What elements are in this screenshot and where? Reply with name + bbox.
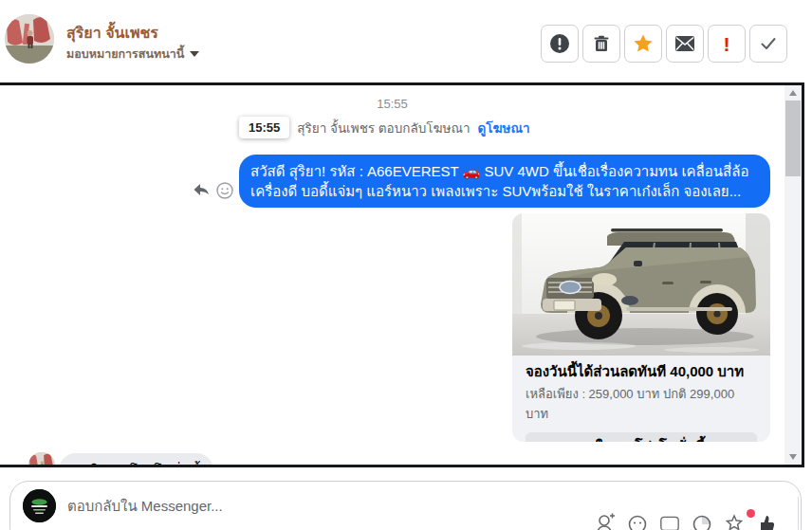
time-header: 15:55 xyxy=(0,97,784,111)
mention-person-icon[interactable] xyxy=(596,513,615,530)
message-time-tooltip: 15:55 xyxy=(239,117,289,138)
messenger-inbox-window: สุริยา จั้นเพชร มอบหมายการสนทนานี้ xyxy=(0,0,812,530)
scroll-down-button[interactable] xyxy=(784,449,802,465)
gif-icon[interactable] xyxy=(660,513,679,530)
done-check-icon xyxy=(759,34,778,53)
mark-unread-button[interactable] xyxy=(666,25,704,63)
notification-dot xyxy=(747,509,755,518)
emoji-icon[interactable] xyxy=(628,513,647,530)
conversation-header: สุริยา จั้นเพชร มอบหมายการสนทนานี้ xyxy=(0,0,812,82)
exclamation-circle-icon xyxy=(549,33,570,54)
sticker-icon[interactable] xyxy=(692,513,711,530)
page-logo-image xyxy=(23,489,56,522)
composer-divider xyxy=(798,497,799,530)
promo-cta-button[interactable]: สนใจจองโปรโมชั่นนี้ xyxy=(526,432,757,442)
car-photo xyxy=(512,213,770,356)
like-thumb-icon[interactable] xyxy=(757,513,776,530)
star-icon xyxy=(633,33,654,54)
contact-avatar-small xyxy=(28,452,55,465)
saved-replies-icon[interactable] xyxy=(725,513,744,530)
trash-icon xyxy=(592,34,611,53)
outgoing-message-bubble: สวัสดี สุริยา! รหัส : A66EVEREST 🚗 SUV 4… xyxy=(239,155,770,208)
report-button[interactable] xyxy=(541,25,579,63)
incoming-message-text: สนใจจองโปรโมชั่นนี้ xyxy=(72,463,200,465)
scroll-up-button[interactable] xyxy=(784,85,802,101)
outgoing-message-text: สวัสดี สุริยา! รหัส : A66EVEREST 🚗 SUV 4… xyxy=(250,163,748,199)
scrollbar-thumb[interactable] xyxy=(785,101,801,176)
follow-up-star-button[interactable] xyxy=(624,25,662,63)
priority-icon: ! xyxy=(724,34,730,54)
promo-card-body: จองวันนี้ได้ส่วนลดทันที 40,000 บาท เหลือ… xyxy=(512,356,770,442)
ad-reply-event-text: สุริยา จั้นเพชร ตอบกลับโฆษณา xyxy=(297,118,470,138)
chevron-down-icon xyxy=(190,51,199,57)
chat-scrollbar[interactable] xyxy=(784,85,802,465)
promo-price: เหลือเพียง : 259,000 บาท ปกติ 299,000 บา… xyxy=(526,384,757,424)
contact-avatar-small-photo xyxy=(28,452,55,465)
ad-reply-event: 15:55 สุริยา จั้นเพชร ตอบกลับโฆษณา ดูโฆษ… xyxy=(239,117,530,138)
arrow-down-icon xyxy=(789,454,797,460)
contact-avatar[interactable] xyxy=(5,14,54,64)
chat-frame-border-right xyxy=(802,82,804,467)
contact-name: สุริยา จั้นเพชร xyxy=(66,21,158,45)
view-ad-link[interactable]: ดูโฆษณา xyxy=(478,118,530,138)
conversation-actions: ! xyxy=(541,25,787,63)
chat-frame-border-bottom xyxy=(0,465,804,467)
priority-button[interactable]: ! xyxy=(708,25,746,63)
message-hover-actions xyxy=(194,182,233,199)
contact-avatar-photo xyxy=(5,14,54,64)
mail-icon xyxy=(674,35,695,52)
reply-placeholder: ตอบกลับใน Messenger... xyxy=(67,482,223,530)
promo-title: จองวันนี้ได้ส่วนลดทันที 40,000 บาท xyxy=(526,362,757,381)
page-logo-avatar xyxy=(23,489,56,522)
assign-conversation-label: มอบหมายการสนทนานี้ xyxy=(66,45,184,64)
emoji-react-icon[interactable] xyxy=(216,182,233,199)
mark-done-button[interactable] xyxy=(749,25,787,63)
reply-icon[interactable] xyxy=(194,183,210,198)
chat-viewport: 15:55 15:55 สุริยา จั้นเพชร ตอบกลับโฆษณา… xyxy=(0,85,802,465)
incoming-message-bubble: สนใจจองโปรโมชั่นนี้ xyxy=(59,453,213,465)
arrow-up-icon xyxy=(789,90,797,96)
assign-conversation-dropdown[interactable]: มอบหมายการสนทนานี้ xyxy=(66,45,199,64)
ad-promo-card: จองวันนี้ได้ส่วนลดทันที 40,000 บาท เหลือ… xyxy=(512,213,770,442)
delete-button[interactable] xyxy=(582,25,620,63)
